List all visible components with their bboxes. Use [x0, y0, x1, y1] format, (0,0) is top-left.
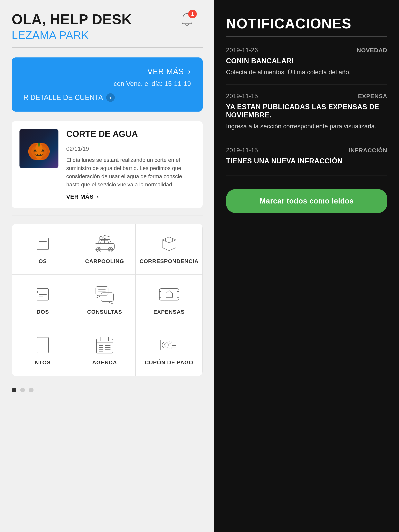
menu-item-consultas[interactable]: CONSULTAS [74, 275, 136, 325]
left-panel: OLA, HELP DESK LEZAMA PARK 1 VER MÁS › [0, 0, 214, 532]
section-divider [12, 215, 203, 216]
svg-point-18 [103, 235, 106, 239]
menu-item-cupon[interactable]: $ CUPÓN DE PAGO [135, 325, 202, 376]
notification-count-badge: 1 [188, 10, 197, 18]
notif-type-3: INFRACCIÓN [349, 147, 387, 154]
menu-item-correspondencia[interactable]: CORRESPONDENCIA [135, 224, 202, 275]
notif-meta-1: 2019-11-26 NOVEDAD [226, 47, 387, 54]
header-area: OLA, HELP DESK LEZAMA PARK 1 [0, 0, 214, 47]
notification-bell[interactable]: 1 [179, 12, 199, 31]
box-icon [157, 234, 181, 253]
chat-icon [93, 285, 116, 304]
notif-type-2: EXPENSA [358, 93, 387, 100]
menu-grid-container: OS [12, 224, 203, 376]
menu-item-label-ntos: NTOS [35, 360, 51, 366]
blue-card: VER MÁS › con Venc. el día: 15-11-19 R D… [12, 57, 203, 112]
pagination-dot-2[interactable] [20, 388, 25, 392]
notification-item-2: 2019-11-15 EXPENSA YA ESTAN PUBLICADAS L… [226, 93, 387, 139]
notif-heading-1: CONIN BANCALARI [226, 57, 387, 65]
menu-item-label-os: OS [39, 258, 47, 265]
notif-body-2: Ingresa a la sección correspondiente par… [226, 121, 387, 131]
list2-icon [31, 285, 54, 304]
svg-point-17 [99, 236, 102, 240]
subtitle: LEZAMA PARK [12, 29, 203, 41]
notif-date-2: 2019-11-15 [226, 93, 258, 100]
menu-item-expensas[interactable]: EXPENSAS [135, 275, 202, 325]
ver-mas-arrow-icon: › [188, 67, 191, 76]
ver-mas-top[interactable]: VER MÁS › [23, 67, 191, 76]
detalle-cuenta[interactable]: R DETALLE DE CUENTA ▾ [23, 93, 191, 102]
menu-item-label-correspondencia: CORRESPONDENCIA [140, 258, 199, 265]
notif-heading-3: TIENES UNA NUEVA INFRACCIÓN [226, 157, 387, 165]
venc-date: con Venc. el día: 15-11-19 [23, 80, 191, 88]
svg-text:$: $ [164, 342, 166, 347]
menu-item-label-dos: DOS [36, 309, 49, 315]
coupon-icon: $ [157, 335, 181, 355]
app-title: OLA, HELP DESK [12, 12, 203, 27]
notif-body-1: Colecta de alimentos: Última colecta del… [226, 67, 387, 77]
right-panel: NOTIFICACIONES 2019-11-26 NOVEDAD CONIN … [214, 0, 399, 532]
money-icon [157, 285, 181, 304]
notif-date-1: 2019-11-26 [226, 47, 258, 54]
menu-item-label-cupon: CUPÓN DE PAGO [145, 360, 193, 366]
list-icon [31, 234, 54, 253]
svg-marker-39 [166, 291, 172, 297]
header-divider [12, 47, 203, 48]
news-ver-mas[interactable]: VER MÁS › [66, 193, 195, 200]
menu-item-label-carpooling: CARPOOLING [85, 258, 124, 265]
notif-type-1: NOVEDAD [357, 47, 387, 54]
menu-item-label-expensas: EXPENSAS [153, 309, 185, 315]
menu-item-label-consultas: CONSULTAS [87, 309, 122, 315]
pagination-dot-3[interactable] [29, 388, 33, 392]
news-section: 🖇 [12, 121, 203, 208]
bell-icon[interactable]: 1 [179, 12, 195, 27]
svg-point-19 [107, 236, 110, 240]
menu-item-ntos[interactable]: NTOS [12, 325, 74, 376]
news-title: CORTE DE AGUA [66, 129, 195, 142]
news-date: 02/11/19 [66, 146, 195, 152]
notif-meta-3: 2019-11-15 INFRACCIÓN [226, 147, 387, 154]
notif-date-3: 2019-11-15 [226, 147, 258, 154]
menu-item-carpooling[interactable]: CARPOOLING [74, 224, 136, 275]
notif-heading-2: YA ESTAN PUBLICADAS LAS EXPENSAS DE NOVI… [226, 103, 387, 119]
doc-icon [31, 335, 54, 355]
svg-rect-32 [96, 286, 108, 295]
menu-item-dos[interactable]: DOS [12, 275, 74, 325]
notification-item-1: 2019-11-26 NOVEDAD CONIN BANCALARI Colec… [226, 47, 387, 85]
calendar-icon [93, 335, 116, 355]
notifications-divider [226, 36, 387, 37]
menu-item-os[interactable]: OS [12, 224, 74, 275]
svg-rect-35 [101, 293, 114, 301]
svg-point-65 [169, 341, 171, 343]
svg-rect-54 [97, 339, 113, 353]
menu-item-agenda[interactable]: AGENDA [74, 325, 136, 376]
menu-item-label-agenda: AGENDA [92, 360, 117, 366]
notif-meta-2: 2019-11-15 EXPENSA [226, 93, 387, 100]
news-body: El día lunes se estará realizando un cor… [66, 156, 195, 189]
pagination-dots [0, 380, 214, 400]
mark-all-read-button[interactable]: Marcar todos como leidos [226, 189, 387, 213]
menu-grid: OS [12, 224, 203, 376]
svg-point-66 [169, 347, 171, 349]
notifications-title: NOTIFICACIONES [226, 16, 387, 32]
svg-point-31 [37, 291, 38, 293]
news-ver-mas-arrow-icon: › [97, 193, 99, 200]
carpooling-icon [93, 234, 116, 253]
pagination-dot-1[interactable] [12, 388, 16, 392]
svg-rect-42 [167, 295, 171, 297]
chevron-down-icon[interactable]: ▾ [106, 93, 115, 102]
news-image [19, 129, 58, 168]
notification-item-3: 2019-11-15 INFRACCIÓN TIENES UNA NUEVA I… [226, 147, 387, 176]
news-content: CORTE DE AGUA 02/11/19 El día lunes se e… [66, 129, 195, 200]
svg-point-12 [31, 145, 47, 158]
